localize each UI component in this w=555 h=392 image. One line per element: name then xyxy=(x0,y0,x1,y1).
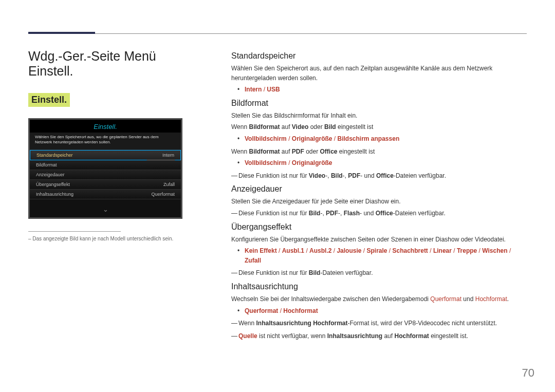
option: Vollbildschirm xyxy=(245,159,287,166)
option: Kein Effekt xyxy=(245,247,277,254)
text: -Dateien verfügbar. xyxy=(393,210,446,217)
text: Wechseln Sie bei der Inhaltswiedergabe z… xyxy=(231,295,430,303)
text-bold: Bildformat xyxy=(249,123,280,130)
text-highlight: Hochformat xyxy=(475,295,507,303)
caption-rule xyxy=(28,231,121,232)
option: Vollbildschirm xyxy=(245,135,287,142)
option: Linear xyxy=(433,247,452,254)
text: oder xyxy=(308,123,324,130)
device-row-value: Zufall xyxy=(163,182,175,187)
option: Hochformat xyxy=(283,307,318,314)
text: Wenn xyxy=(238,320,256,327)
options-list: Querformat / Hochformat xyxy=(231,306,527,316)
device-row-uebergangseffekt: Übergangseffekt Zufall xyxy=(30,180,181,190)
text-bold: Inhaltsausrichtung Hochformat xyxy=(256,320,347,327)
options-line: Vollbildschirm / Originalgröße xyxy=(245,158,527,168)
option: Bildschirm anpassen xyxy=(338,135,400,142)
text: auf xyxy=(382,332,394,340)
text: -Dateien verfügbar. xyxy=(394,172,446,179)
text: Wenn xyxy=(231,148,249,155)
option: Originalgröße xyxy=(292,135,332,142)
text-bold: Hochformat xyxy=(394,332,429,340)
text: eingestellt ist xyxy=(336,123,374,130)
options-line: Kein Effekt / Ausbl.1 / Ausbl.2 / Jalous… xyxy=(245,246,527,265)
text-bold: Inhaltsausrichtung xyxy=(327,332,382,340)
option: Intern xyxy=(245,86,262,93)
device-row-value: Querformat xyxy=(151,192,175,197)
text-bold: Bildformat xyxy=(249,148,280,155)
device-title: Einstell. xyxy=(30,120,181,133)
text: Diese Funktion ist nur für xyxy=(238,172,309,179)
text: auf xyxy=(280,148,291,155)
caption-note: – Das angezeigte Bild kann je nach Model… xyxy=(28,236,193,241)
device-row-anzeigedauer: Anzeigedauer xyxy=(30,170,181,180)
device-row-bildformat: Bildformat xyxy=(30,160,181,170)
right-column: Standardspeicher Wählen Sie den Speicher… xyxy=(231,51,527,344)
section-body: Stellen Sie die Anzeigedauer für jede Se… xyxy=(231,197,527,207)
text: eingestellt ist. xyxy=(429,332,468,340)
section-body: Wählen Sie den Speicherort aus, auf den … xyxy=(231,64,527,83)
top-rule-accent xyxy=(28,32,95,34)
options-list: Vollbildschirm / Originalgröße / Bildsch… xyxy=(231,134,527,144)
note: Diese Funktion ist nur für Bild-, PDF-, … xyxy=(231,209,527,218)
text-bold: PDF xyxy=(348,172,360,179)
text-bold: Bild xyxy=(324,123,336,130)
device-row-label: Anzeigedauer xyxy=(36,172,65,177)
option: Ausbl.2 xyxy=(309,247,331,254)
text-bold: Office xyxy=(376,172,394,179)
section-body: Wenn Bildformat auf PDF oder Office eing… xyxy=(231,147,527,157)
text: oder xyxy=(304,148,320,155)
text: auf xyxy=(280,123,291,130)
text: . xyxy=(507,295,509,303)
device-screenshot: Einstell. Wählen Sie den Speicherort aus… xyxy=(28,118,182,219)
option: Originalgröße xyxy=(292,159,332,166)
text: -Dateien verfügbar. xyxy=(320,269,373,276)
einstell-heading: Einstell. xyxy=(28,93,70,107)
option: Treppe xyxy=(457,247,477,254)
text-bold: Bild xyxy=(309,210,321,217)
device-row-label: Inhaltsausrichtung xyxy=(36,192,73,197)
note: Quelle ist nicht verfügbar, wenn Inhalts… xyxy=(231,331,527,341)
option: Jalousie xyxy=(337,247,361,254)
options-list: Intern / USB xyxy=(231,85,527,95)
device-row-inhaltsausrichtung: Inhaltsausrichtung Querformat xyxy=(30,190,181,199)
section-body: Konfigurieren Sie Übergangseffekte zwisc… xyxy=(231,235,527,245)
text: Diese Funktion ist nur für xyxy=(238,269,309,276)
option: USB xyxy=(267,86,280,93)
text-highlight: Quelle xyxy=(238,332,257,340)
text-bold: PDF xyxy=(292,148,304,155)
section-title-uebergangseffekt: Übergangseffekt xyxy=(231,222,527,232)
device-row-value: Intern xyxy=(162,153,174,158)
page-number: 70 xyxy=(522,366,534,380)
note: Diese Funktion ist nur für Bild-Dateien … xyxy=(231,268,527,278)
options-line: Querformat / Hochformat xyxy=(245,306,527,316)
option: Wischen xyxy=(482,247,507,254)
top-rule xyxy=(28,33,527,34)
text-bold: Video xyxy=(309,172,325,179)
options-line: Vollbildschirm / Originalgröße / Bildsch… xyxy=(245,134,527,144)
option: Ausbl.1 xyxy=(282,247,304,254)
text: eingestellt ist xyxy=(338,148,375,155)
page-title: Wdg.-Ger.-Seite Menü Einstell. xyxy=(28,49,193,79)
section-title-bildformat: Bildformat xyxy=(231,99,527,108)
option: Zufall xyxy=(245,257,261,264)
option: Querformat xyxy=(245,307,278,314)
section-body: Wechseln Sie bei der Inhaltswiedergabe z… xyxy=(231,294,527,304)
section-title-inhaltsausrichtung: Inhaltsausrichtung xyxy=(231,282,527,291)
device-row-label: Übergangseffekt xyxy=(36,182,70,187)
text-bold: PDF xyxy=(326,210,338,217)
note: Diese Funktion ist nur für Video-, Bild-… xyxy=(231,171,527,181)
text-bold: Office xyxy=(320,148,338,155)
note: Wenn Inhaltsausrichtung Hochformat-Forma… xyxy=(231,319,527,328)
device-row-label: Bildformat xyxy=(36,162,57,167)
text: Diese Funktion ist nur für xyxy=(238,210,309,217)
section-title-standardspeicher: Standardspeicher xyxy=(231,51,527,61)
section-body: Stellen Sie das Bildschirmformat für Inh… xyxy=(231,111,527,121)
text-bold: Bild xyxy=(309,269,321,276)
text: und xyxy=(461,295,475,303)
text-bold: Flash xyxy=(344,210,360,217)
option: Schachbrett xyxy=(393,247,428,254)
device-list: Standardspeicher Intern Schließen Bildfo… xyxy=(30,150,181,217)
section-title-anzeigedauer: Anzeigedauer xyxy=(231,184,527,194)
option: Spirale xyxy=(366,247,387,254)
